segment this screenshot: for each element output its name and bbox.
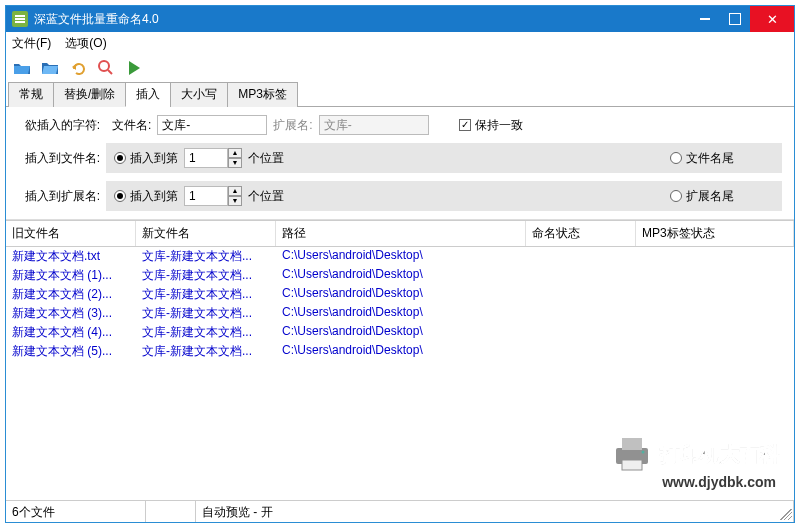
- close-button[interactable]: [750, 6, 794, 32]
- title-bar[interactable]: 深蓝文件批量重命名4.0: [6, 6, 794, 32]
- cell-path: C:\Users\android\Desktop\: [276, 267, 526, 284]
- tab-bar: 常规 替换/删除 插入 大小写 MP3标签: [6, 81, 794, 107]
- keep-same-label: 保持一致: [475, 117, 523, 134]
- open-folder-icon[interactable]: [12, 59, 32, 77]
- window-buttons: [690, 6, 794, 32]
- tab-insert[interactable]: 插入: [125, 82, 171, 107]
- filename-input[interactable]: [157, 115, 267, 135]
- file-pos-spinner[interactable]: ▲▼: [184, 148, 242, 168]
- app-window: 深蓝文件批量重命名4.0 文件(F) 选项(O) 常规 替换/删除 插入 大小写…: [5, 5, 795, 523]
- cell-path: C:\Users\android\Desktop\: [276, 305, 526, 322]
- ext-input: [319, 115, 429, 135]
- list-header: 旧文件名 新文件名 路径 命名状态 MP3标签状态: [6, 220, 794, 247]
- cell-path: C:\Users\android\Desktop\: [276, 343, 526, 360]
- insert-panel: 欲插入的字符: 文件名: 扩展名: 保持一致 插入到文件名: 插入到第 ▲▼ 个…: [6, 107, 794, 220]
- col-new-name[interactable]: 新文件名: [136, 221, 276, 246]
- cell-new: 文库-新建文本文档...: [136, 267, 276, 284]
- tab-case[interactable]: 大小写: [170, 82, 228, 107]
- file-insert-at-pos-radio[interactable]: 插入到第: [114, 150, 178, 167]
- cell-old: 新建文本文档 (1)...: [6, 267, 136, 284]
- file-list[interactable]: 新建文本文档.txt文库-新建文本文档...C:\Users\android\D…: [6, 247, 794, 500]
- menu-bar: 文件(F) 选项(O): [6, 32, 794, 55]
- toolbar: [6, 55, 794, 81]
- table-row[interactable]: 新建文本文档 (4)...文库-新建文本文档...C:\Users\androi…: [6, 323, 794, 342]
- insert-char-label: 欲插入的字符:: [18, 117, 106, 134]
- tab-mp3[interactable]: MP3标签: [227, 82, 298, 107]
- cell-new: 文库-新建文本文档...: [136, 343, 276, 360]
- menu-file[interactable]: 文件(F): [12, 35, 51, 52]
- maximize-button[interactable]: [720, 6, 750, 32]
- open-file-icon[interactable]: [40, 59, 60, 77]
- cell-new: 文库-新建文本文档...: [136, 324, 276, 341]
- file-tail-radio[interactable]: 文件名尾: [670, 150, 734, 167]
- status-preview: 自动预览 - 开: [196, 501, 794, 522]
- ext-tail-radio[interactable]: 扩展名尾: [670, 188, 734, 205]
- table-row[interactable]: 新建文本文档 (1)...文库-新建文本文档...C:\Users\androi…: [6, 266, 794, 285]
- preview-icon[interactable]: [96, 59, 116, 77]
- ext-insert-at-pos-radio[interactable]: 插入到第: [114, 188, 178, 205]
- svg-point-0: [99, 61, 109, 71]
- resize-grip-icon[interactable]: [780, 508, 792, 520]
- table-row[interactable]: 新建文本文档.txt文库-新建文本文档...C:\Users\android\D…: [6, 247, 794, 266]
- cell-new: 文库-新建文本文档...: [136, 305, 276, 322]
- spin-down-icon[interactable]: ▼: [228, 196, 242, 206]
- cell-old: 新建文本文档.txt: [6, 248, 136, 265]
- app-icon: [12, 11, 28, 27]
- status-file-count: 6个文件: [6, 501, 146, 522]
- cell-old: 新建文本文档 (5)...: [6, 343, 136, 360]
- cell-path: C:\Users\android\Desktop\: [276, 248, 526, 265]
- col-path[interactable]: 路径: [276, 221, 526, 246]
- insert-to-file-label: 插入到文件名:: [18, 150, 106, 167]
- cell-new: 文库-新建文本文档...: [136, 248, 276, 265]
- undo-icon[interactable]: [68, 59, 88, 77]
- tab-general[interactable]: 常规: [8, 82, 54, 107]
- ext-label: 扩展名:: [267, 117, 318, 134]
- window-title: 深蓝文件批量重命名4.0: [34, 11, 690, 28]
- col-old-name[interactable]: 旧文件名: [6, 221, 136, 246]
- filename-label: 文件名:: [106, 117, 157, 134]
- cell-old: 新建文本文档 (3)...: [6, 305, 136, 322]
- keep-same-checkbox[interactable]: [459, 119, 471, 131]
- spin-up-icon[interactable]: ▲: [228, 186, 242, 196]
- cell-old: 新建文本文档 (2)...: [6, 286, 136, 303]
- table-row[interactable]: 新建文本文档 (5)...文库-新建文本文档...C:\Users\androi…: [6, 342, 794, 361]
- cell-path: C:\Users\android\Desktop\: [276, 324, 526, 341]
- minimize-button[interactable]: [690, 6, 720, 32]
- table-row[interactable]: 新建文本文档 (2)...文库-新建文本文档...C:\Users\androi…: [6, 285, 794, 304]
- tab-replace[interactable]: 替换/删除: [53, 82, 126, 107]
- ext-pos-spinner[interactable]: ▲▼: [184, 186, 242, 206]
- table-row[interactable]: 新建文本文档 (3)...文库-新建文本文档...C:\Users\androi…: [6, 304, 794, 323]
- cell-path: C:\Users\android\Desktop\: [276, 286, 526, 303]
- spin-up-icon[interactable]: ▲: [228, 148, 242, 158]
- insert-to-ext-label: 插入到扩展名:: [18, 188, 106, 205]
- run-icon[interactable]: [124, 59, 144, 77]
- status-bar: 6个文件 自动预览 - 开: [6, 500, 794, 522]
- cell-old: 新建文本文档 (4)...: [6, 324, 136, 341]
- cell-new: 文库-新建文本文档...: [136, 286, 276, 303]
- col-mp3-status[interactable]: MP3标签状态: [636, 221, 794, 246]
- col-rename-status[interactable]: 命名状态: [526, 221, 636, 246]
- spin-down-icon[interactable]: ▼: [228, 158, 242, 168]
- menu-options[interactable]: 选项(O): [65, 35, 106, 52]
